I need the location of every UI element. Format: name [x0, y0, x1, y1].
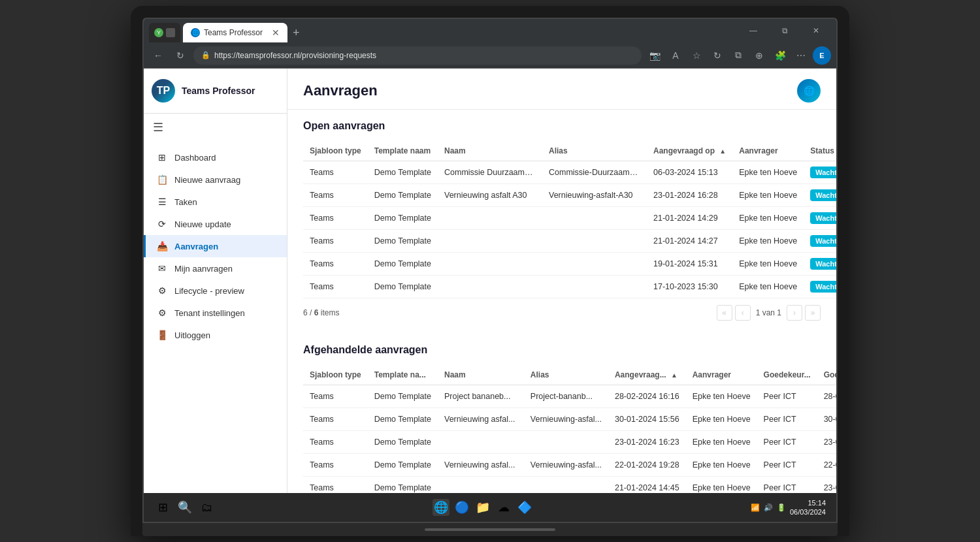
sidebar-item-dashboard[interactable]: ⊞ Dashboard [144, 146, 287, 168]
table-row[interactable]: Teams Demo Template 23-01-2024 16:23 Epk… [303, 431, 836, 454]
chrome-taskbar-icon[interactable]: 🔵 [453, 499, 470, 516]
sidebar-item-tenant[interactable]: ⚙ Tenant instellingen [144, 302, 287, 324]
aanvragen-icon: 📥 [156, 241, 168, 251]
table-row[interactable]: Teams Demo Template Commissie Duurzaamhe… [303, 161, 836, 184]
screenshot-icon[interactable]: 📷 [645, 46, 664, 65]
col-aangevraagd-h[interactable]: Aangevraag... ▲ [608, 365, 686, 385]
sidebar-item-nieuwe-aanvraag[interactable]: 📋 Nieuwe aanvraag [144, 168, 287, 191]
sidebar-item-taken[interactable]: ☰ Taken [144, 191, 287, 213]
sidebar-item-label: Nieuwe update [174, 219, 231, 229]
taskbar-clock: 15:14 06/03/2024 [790, 498, 826, 517]
menu-toggle[interactable]: ☰ [144, 114, 287, 141]
col-aangevraagd-op[interactable]: Aangevraagd op ▲ [647, 141, 732, 161]
handled-aanvragen-section: Afgehandelde aanvragen Sjabloon type Tem… [287, 334, 836, 493]
col-sjabloon-type: Sjabloon type [303, 141, 368, 161]
table-row[interactable]: Teams Demo Template 19-01-2024 15:31 Epk… [303, 253, 836, 276]
page-title: Aanvragen [303, 82, 378, 99]
tab-close-button[interactable]: ✕ [272, 27, 280, 38]
collections-icon[interactable]: ⊕ [750, 46, 768, 65]
favorites-icon[interactable]: ☆ [687, 46, 706, 65]
next-page-button[interactable]: › [787, 305, 802, 321]
sidebar-item-label: Taken [174, 197, 197, 207]
sidebar-item-nieuwe-update[interactable]: ⟳ Nieuwe update [144, 213, 287, 235]
refresh-icon[interactable]: ↻ [708, 46, 727, 65]
url-text: https://teamsprofessor.nl/provisioning-r… [214, 51, 376, 60]
mijn-aanvragen-icon: ✉ [156, 263, 168, 274]
cell-goedkeuring-op: 22-01-2024 19:32 [817, 454, 836, 477]
back-button[interactable]: ← [149, 46, 167, 65]
maximize-button[interactable]: ⧉ [770, 22, 800, 40]
cell-alias [542, 253, 647, 276]
first-page-button[interactable]: « [717, 305, 732, 321]
status-badge: Wachten op goedkeuring [810, 235, 836, 247]
table-row[interactable]: Teams Demo Template 21-01-2024 14:45 Epk… [303, 477, 836, 494]
font-icon[interactable]: A [666, 46, 685, 65]
user-avatar[interactable]: 🌐 [797, 79, 821, 103]
sidebar-item-lifecycle[interactable]: ⚙ Lifecycle - preview [144, 279, 287, 302]
tenant-icon: ⚙ [156, 308, 168, 318]
start-button[interactable]: ⊞ [154, 499, 171, 516]
reload-button[interactable]: ↻ [171, 46, 189, 65]
cell-template-naam: Demo Template [368, 454, 438, 477]
cell-naam [438, 431, 524, 454]
cell-naam [438, 207, 542, 230]
table-row[interactable]: Teams Demo Template 17-10-2023 15:30 Epk… [303, 276, 836, 298]
active-browser-tab[interactable]: 🌐 Teams Professor ✕ [183, 23, 287, 42]
table-row[interactable]: Teams Demo Template Vernieuwing asfalt A… [303, 184, 836, 207]
cell-aanvrager: Epke ten Hoeve [732, 161, 804, 184]
taken-icon: ☰ [156, 197, 168, 207]
sidebar-nav: ⊞ Dashboard 📋 Nieuwe aanvraag ☰ Taken ⟳ … [144, 141, 287, 351]
taskbar: ⊞ 🔍 🗂 🌐 🔵 📁 ☁ 🔷 📶 🔊 🔋 15:14 06/03/2024 [144, 493, 836, 522]
last-page-button[interactable]: » [805, 305, 821, 321]
cell-sjabloon-type: Teams [303, 161, 368, 184]
cell-goedgekeurd-door: Peer ICT [757, 454, 817, 477]
edge2-taskbar-icon[interactable]: 🔷 [516, 499, 533, 516]
sidebar-item-aanvragen[interactable]: 📥 Aanvragen [144, 235, 287, 257]
sidebar-item-uitloggen[interactable]: 🚪 Uitloggen [144, 324, 287, 346]
table-row[interactable]: Teams Demo Template 21-01-2024 14:29 Epk… [303, 207, 836, 230]
tab-title: Teams Professor [204, 28, 263, 37]
col-sjabloon-type-h: Sjabloon type [303, 365, 368, 385]
split-icon[interactable]: ⧉ [729, 46, 747, 65]
table-row[interactable]: Teams Demo Template Vernieuwing asfal...… [303, 408, 836, 431]
toolbar-actions: 📷 A ☆ ↻ ⧉ ⊕ 🧩 ⋯ E [645, 46, 831, 65]
extensions-icon[interactable]: 🧩 [771, 46, 789, 65]
status-badge: Wachten op goedkeuring [810, 281, 836, 293]
edge-taskbar-icon[interactable]: 🌐 [433, 499, 449, 516]
tab-favicon: 🌐 [191, 28, 200, 37]
prev-page-button[interactable]: ‹ [735, 305, 751, 321]
laptop-bottom [142, 523, 838, 536]
minimize-button[interactable]: — [738, 22, 768, 40]
table-row[interactable]: Teams Demo Template 21-01-2024 14:27 Epk… [303, 230, 836, 253]
table-row[interactable]: Teams Demo Template Vernieuwing asfal...… [303, 454, 836, 477]
cell-alias [542, 207, 647, 230]
address-bar[interactable]: 🔒 https://teamsprofessor.nl/provisioning… [193, 46, 642, 65]
search-taskbar[interactable]: 🔍 [176, 499, 193, 516]
cell-sjabloon-type: Teams [303, 207, 368, 230]
more-icon[interactable]: ⋯ [792, 46, 810, 65]
page-info: 1 van 1 [756, 308, 781, 317]
cell-goedkeuring-op: 23-01-2024 17:09 [817, 431, 836, 454]
sidebar-item-mijn-aanvragen[interactable]: ✉ Mijn aanvragen [144, 257, 287, 279]
extra-tab-icon: Y [154, 28, 163, 37]
table-row[interactable]: Teams Demo Template Project bananeb... P… [303, 385, 836, 408]
sidebar-item-label: Dashboard [174, 153, 216, 163]
profile-avatar[interactable]: E [813, 46, 831, 65]
tab-bar: Y 🌐 Teams Professor ✕ + [149, 19, 736, 42]
taskview-button[interactable]: 🗂 [199, 499, 216, 516]
cell-sjabloon-type: Teams [303, 276, 368, 298]
cell-aanvrager: Epke ten Hoeve [732, 276, 804, 298]
close-button[interactable]: ✕ [801, 22, 831, 40]
cell-status: Wachten op goedkeuring [804, 253, 836, 276]
new-tab-button[interactable]: + [287, 23, 305, 42]
explorer-taskbar-icon[interactable]: 📁 [474, 499, 491, 516]
onedrive-taskbar-icon[interactable]: ☁ [495, 499, 512, 516]
laptop-screen: Y 🌐 Teams Professor ✕ + — ⧉ ✕ [142, 18, 838, 523]
sidebar-item-label: Mijn aanvragen [174, 264, 233, 274]
cell-template-naam: Demo Template [368, 431, 438, 454]
cell-sjabloon-type: Teams [303, 477, 368, 494]
cell-goedkeuring-op: 23-01-2024 14:57 [817, 477, 836, 494]
cell-naam: Project bananeb... [438, 385, 524, 408]
col-goedgekeurd-door: Goedekeur... [757, 365, 817, 385]
cell-sjabloon-type: Teams [303, 253, 368, 276]
